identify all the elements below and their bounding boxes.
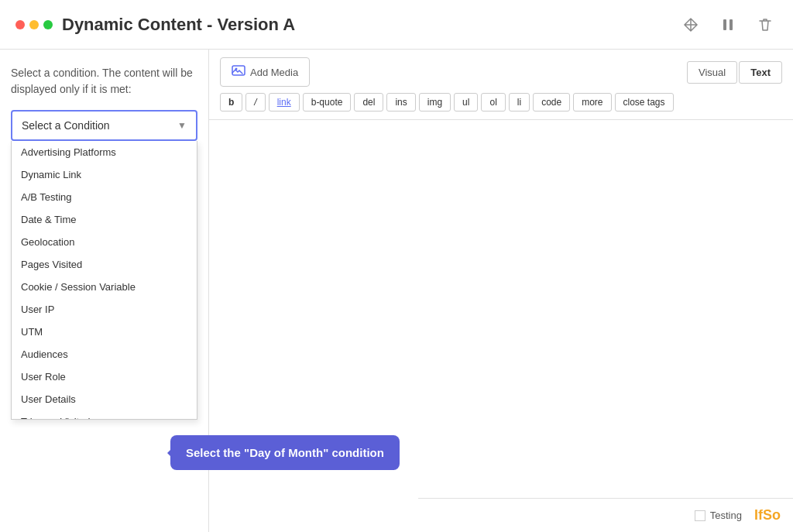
italic-button[interactable]: /: [245, 93, 265, 112]
list-item[interactable]: UTM: [12, 321, 197, 343]
close-tags-button[interactable]: close tags: [615, 93, 674, 112]
list-item[interactable]: User IP: [12, 298, 197, 321]
page-title: Dynamic Content - Version A: [62, 15, 295, 35]
dot-orange: [29, 20, 39, 29]
svg-rect-1: [729, 19, 733, 30]
list-item[interactable]: Pages Visited: [12, 253, 197, 276]
more-button[interactable]: more: [573, 93, 611, 112]
list-item[interactable]: Advertising Platforms: [12, 141, 197, 163]
toolbar-top: Add Media Visual Text: [220, 57, 782, 87]
list-item[interactable]: Triggers Visited: [12, 410, 197, 420]
list-item[interactable]: A/B Testing: [12, 186, 197, 208]
list-item[interactable]: Geolocation: [12, 231, 197, 253]
bquote-button[interactable]: b-quote: [303, 93, 352, 112]
list-item[interactable]: User Details: [12, 388, 197, 410]
header: Dynamic Content - Version A: [0, 0, 793, 50]
condition-select-wrapper: Select a Condition ▼ Advertising Platfor…: [11, 110, 197, 141]
pause-icon[interactable]: [716, 12, 740, 37]
dot-green: [43, 20, 53, 29]
code-button[interactable]: code: [533, 93, 570, 112]
testing-label: Testing: [695, 510, 742, 521]
img-button[interactable]: img: [419, 93, 451, 112]
header-left: Dynamic Content - Version A: [15, 15, 295, 35]
bottom-bar: Testing IfSo: [418, 498, 793, 532]
editor-toolbar: Add Media Visual Text b / link b-quote d…: [209, 50, 793, 120]
select-placeholder: Select a Condition: [22, 119, 110, 132]
list-item[interactable]: Audiences: [12, 343, 197, 366]
window-dots: [15, 20, 53, 29]
move-icon[interactable]: [678, 12, 703, 37]
tab-visual[interactable]: Visual: [687, 61, 737, 84]
ifso-if: If: [754, 507, 763, 523]
condition-select[interactable]: Select a Condition ▼: [11, 110, 197, 141]
bold-button[interactable]: b: [220, 93, 242, 112]
li-button[interactable]: li: [509, 93, 530, 112]
chevron-down-icon: ▼: [177, 120, 187, 131]
testing-checkbox[interactable]: [695, 510, 705, 521]
ol-button[interactable]: ol: [481, 93, 505, 112]
ul-button[interactable]: ul: [454, 93, 478, 112]
main-content: Select a condition. The content will be …: [0, 50, 793, 532]
ins-button[interactable]: ins: [386, 93, 415, 112]
media-icon: [232, 63, 245, 81]
add-media-label: Add Media: [250, 67, 298, 78]
left-panel: Select a condition. The content will be …: [0, 50, 209, 532]
testing-text: Testing: [710, 510, 742, 521]
tooltip-bubble: Select the "Day of Month" condition: [170, 435, 400, 470]
app-container: Dynamic Content - Version A Select a con…: [0, 0, 793, 532]
trash-icon[interactable]: [753, 12, 778, 37]
condition-description: Select a condition. The content will be …: [11, 65, 197, 98]
tab-text[interactable]: Text: [739, 61, 782, 84]
ifso-logo: IfSo: [754, 507, 781, 523]
link-button[interactable]: link: [269, 93, 300, 112]
del-button[interactable]: del: [354, 93, 383, 112]
header-actions: [678, 12, 778, 37]
list-item[interactable]: Date & Time: [12, 208, 197, 231]
list-item[interactable]: Cookie / Session Variable: [12, 276, 197, 298]
condition-dropdown-list[interactable]: Advertising Platforms Dynamic Link A/B T…: [11, 141, 197, 420]
editor-buttons: b / link b-quote del ins img ul ol li co…: [220, 93, 782, 112]
list-item[interactable]: Dynamic Link: [12, 163, 197, 186]
view-tabs: Visual Text: [687, 61, 782, 84]
add-media-button[interactable]: Add Media: [220, 57, 310, 87]
editor-area[interactable]: [209, 120, 793, 532]
dot-red: [15, 20, 25, 29]
ifso-so: So: [763, 507, 781, 523]
list-item[interactable]: User Role: [12, 366, 197, 388]
svg-rect-0: [723, 19, 726, 30]
